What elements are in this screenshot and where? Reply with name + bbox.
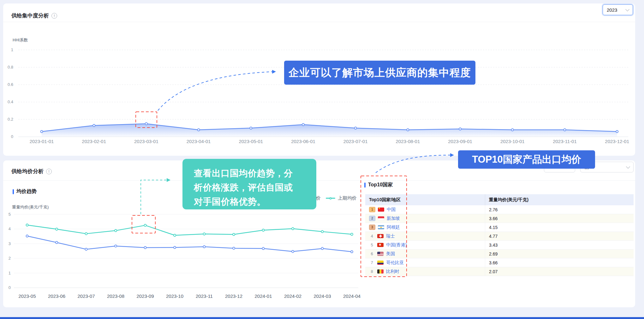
table-row: 2新加坡3.66: [365, 214, 634, 223]
rank-number: 8: [369, 269, 375, 274]
flag-co-icon: [377, 261, 384, 265]
price-title: 供给均价分析: [11, 168, 52, 175]
chevron-down-icon: [625, 7, 629, 11]
table-row: 8比利时2.07: [365, 267, 634, 276]
divider: [3, 180, 635, 181]
col-header-price: 重量均价(美元/千克): [485, 194, 634, 205]
info-icon[interactable]: [46, 169, 52, 174]
price-value: 4.77: [485, 232, 634, 241]
concentration-callout: 企业可以了解市场上供应商的集中程度: [284, 61, 475, 85]
flag-hk-icon: [377, 243, 384, 247]
price-trend-callout: 查看出口国均价趋势，分析价格涨跌，评估自国或对手国价格优势。: [182, 159, 316, 209]
rank-number: 4: [369, 234, 375, 238]
price-value: 3.66: [485, 258, 634, 267]
flag-ar-icon: [378, 225, 384, 229]
top10-callout: TOP10国家产品出口均价: [458, 150, 595, 169]
country-link[interactable]: 哥伦比亚: [386, 260, 404, 266]
table-row: 5中国(香港)3.43: [365, 241, 634, 250]
chevron-down-icon: [626, 165, 630, 169]
medal-rank-icon: 3: [369, 225, 375, 230]
flag-sg-icon: [378, 216, 384, 220]
flag-be-icon: [377, 269, 384, 274]
top10-table-body: 1中国2.762新加坡3.663阿根廷4.154瑞士4.775中国(香港)3.4…: [365, 205, 634, 276]
table-row: 1中国2.76: [365, 205, 634, 214]
table-row: 7哥伦比亚3.66: [365, 258, 634, 267]
country-link[interactable]: 比利时: [386, 269, 399, 274]
rank-number: 5: [369, 243, 375, 247]
col-header-country: Top10国家/地区: [365, 194, 485, 205]
flag-cn-icon: [378, 208, 384, 212]
country-link[interactable]: 瑞士: [386, 233, 395, 239]
legend-dot-icon: [330, 197, 332, 199]
country-link[interactable]: 中国: [387, 207, 396, 213]
country-link[interactable]: 美国: [386, 251, 395, 257]
price-value: 2.69: [485, 250, 634, 258]
concentration-title-text: 供给集中度分析: [11, 12, 49, 19]
price-trend-subtitle-text: 均价趋势: [16, 188, 37, 195]
top10-section-title: Top10国家: [364, 182, 393, 188]
table-header-row: Top10国家/地区 重量均价(美元/千克): [365, 194, 634, 205]
top10-callout-text: TOP10国家产品出口均价: [472, 153, 581, 166]
section-bar: [364, 183, 366, 188]
concentration-title: 供给集中度分析: [11, 12, 57, 19]
flag-us-icon: [377, 252, 384, 256]
table-row: 4瑞士4.77: [365, 232, 634, 241]
price-value: 4.15: [485, 223, 634, 232]
info-icon[interactable]: [51, 13, 57, 19]
legend-item-上期均价[interactable]: 上期均价: [326, 195, 357, 201]
divider: [3, 22, 635, 22]
section-bar: [13, 189, 14, 194]
top10-table: Top10国家/地区 重量均价(美元/千克) 1中国2.762新加坡3.663阿…: [365, 194, 634, 276]
bottom-bar: [0, 317, 644, 319]
price-value: 3.66: [485, 214, 634, 223]
legend-marker-icon: [326, 198, 335, 199]
country-link[interactable]: 新加坡: [387, 216, 400, 221]
legend-label: 上期均价: [338, 195, 357, 201]
flag-ch-icon: [377, 234, 384, 238]
rank-number: 6: [369, 251, 375, 256]
year-select[interactable]: 2023: [603, 4, 633, 15]
table-row: 6美国2.69: [365, 250, 634, 258]
table-row: 3阿根廷4.15: [365, 223, 634, 232]
price-trend-callout-text: 查看出口国均价趋势，分析价格涨跌，评估自国或对手国价格优势。: [194, 166, 294, 209]
medal-rank-icon: 1: [369, 207, 375, 212]
price-value: 2.76: [485, 205, 634, 214]
rank-number: 7: [369, 260, 375, 265]
price-title-text: 供给均价分析: [11, 168, 44, 175]
country-link[interactable]: 阿根廷: [387, 225, 400, 230]
year-select-value: 2023: [607, 7, 617, 13]
top10-section-title-text: Top10国家: [368, 182, 393, 188]
price-value: 2.07: [485, 267, 634, 276]
concentration-callout-text: 企业可以了解市场上供应商的集中程度: [289, 66, 471, 80]
price-value: 3.43: [485, 241, 634, 250]
price-trend-subtitle: 均价趋势: [13, 188, 37, 195]
country-link[interactable]: 中国(香港): [386, 242, 407, 248]
medal-rank-icon: 2: [369, 216, 375, 221]
